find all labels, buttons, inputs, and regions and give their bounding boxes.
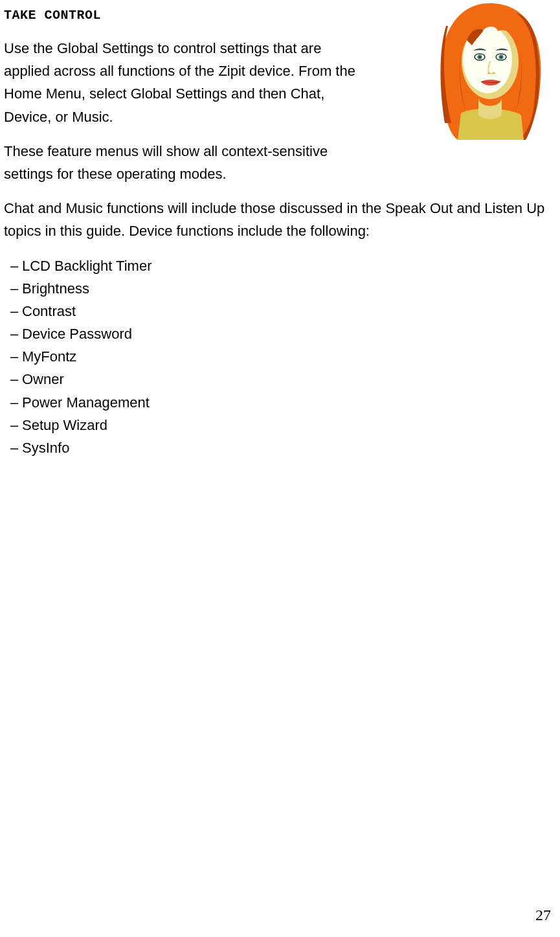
woman-portrait-illustration xyxy=(438,0,542,141)
list-item: Device Password xyxy=(22,322,560,345)
list-item: Setup Wizard xyxy=(22,414,560,436)
page-number: 27 xyxy=(535,907,551,924)
list-item: Owner xyxy=(22,368,560,390)
svg-point-4 xyxy=(478,56,480,58)
svg-point-9 xyxy=(493,73,495,74)
list-item: Brightness xyxy=(22,277,560,300)
list-item: Contrast xyxy=(22,300,560,322)
device-functions-list: LCD Backlight Timer Brightness Contrast … xyxy=(4,254,560,460)
svg-point-8 xyxy=(487,73,490,74)
list-item: Power Management xyxy=(22,391,560,414)
list-item: SysInfo xyxy=(22,436,560,459)
paragraph-functions: Chat and Music functions will include th… xyxy=(4,197,560,242)
paragraph-intro: Use the Global Settings to control setti… xyxy=(4,37,366,128)
list-item: MyFontz xyxy=(22,345,560,368)
paragraph-context: These feature menus will show all contex… xyxy=(4,140,366,185)
svg-point-7 xyxy=(500,56,502,58)
list-item: LCD Backlight Timer xyxy=(22,254,560,277)
